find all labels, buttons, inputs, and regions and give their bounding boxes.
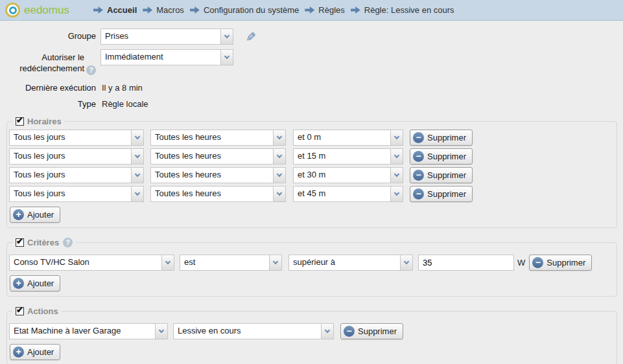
chevron-down-icon[interactable] xyxy=(390,149,403,164)
logo-text: eedomus xyxy=(24,4,69,17)
horaires-section: ✔ Horaires Tous les jours Toutes les heu… xyxy=(6,117,617,228)
chevron-down-icon[interactable] xyxy=(273,168,285,183)
minute-select[interactable]: et 0 m xyxy=(293,130,403,146)
plus-circle-icon: + xyxy=(13,278,24,289)
action-state-select[interactable]: Lessive en cours xyxy=(173,323,334,339)
chevron-down-icon[interactable] xyxy=(161,255,174,270)
minus-circle-icon: − xyxy=(413,188,424,199)
delete-schedule-button[interactable]: − Supprimer xyxy=(410,130,473,146)
action-device-value: Etat Machine à laver Garage xyxy=(10,324,155,339)
minute-select[interactable]: et 30 m xyxy=(293,167,403,183)
criteres-checkbox[interactable]: ✔ xyxy=(16,238,24,247)
criteria-device-select[interactable]: Conso TV/HC Salon xyxy=(9,255,174,271)
breadcrumb-item-macros[interactable]: Macros xyxy=(143,5,184,15)
chevron-down-icon[interactable] xyxy=(321,324,333,339)
add-schedule-button[interactable]: + Ajouter xyxy=(10,207,60,223)
chevron-down-icon[interactable] xyxy=(273,130,285,145)
add-criteria-button[interactable]: + Ajouter xyxy=(10,275,60,291)
criteria-operator-select[interactable]: est xyxy=(180,255,282,271)
day-select[interactable]: Tous les jours xyxy=(9,186,144,202)
minute-select[interactable]: et 45 m xyxy=(293,186,403,202)
day-select[interactable]: Tous les jours xyxy=(9,167,144,183)
breadcrumb-arrow-icon xyxy=(190,6,200,14)
hour-select[interactable]: Toutes les heures xyxy=(150,167,286,183)
day-select-value: Tous les jours xyxy=(10,168,131,183)
delete-button-label: Supprimer xyxy=(427,189,466,199)
chevron-down-icon[interactable] xyxy=(131,168,143,183)
minute-select-value: et 45 m xyxy=(294,187,390,201)
day-select[interactable]: Tous les jours xyxy=(9,148,144,165)
hour-select-value: Toutes les heures xyxy=(151,130,273,145)
rule-settings-form: Groupe Prises ✎ Autoriser le redéclenche… xyxy=(0,21,623,109)
chevron-down-icon[interactable] xyxy=(390,168,403,183)
horaires-checkbox[interactable]: ✔ xyxy=(16,117,24,126)
minute-select[interactable]: et 15 m xyxy=(293,148,403,165)
chevron-down-icon[interactable] xyxy=(269,255,281,270)
breadcrumb-label: Règles xyxy=(318,5,344,15)
retrigger-select[interactable]: Immédiatement xyxy=(100,49,233,65)
action-device-select[interactable]: Etat Machine à laver Garage xyxy=(9,323,168,339)
eedomus-logo[interactable]: eedomus xyxy=(5,3,82,17)
chevron-down-icon[interactable] xyxy=(273,187,285,201)
delete-button-label: Supprimer xyxy=(427,170,466,180)
add-button-label: Ajouter xyxy=(27,210,54,220)
chevron-down-icon[interactable] xyxy=(220,50,233,65)
breadcrumb-label: Accueil xyxy=(107,5,137,15)
add-button-label: Ajouter xyxy=(27,347,54,357)
delete-schedule-button[interactable]: − Supprimer xyxy=(410,186,473,202)
delete-schedule-button[interactable]: − Supprimer xyxy=(410,148,473,165)
criteria-operator-value: est xyxy=(180,255,269,270)
criteria-comparison-value: supérieur à xyxy=(289,255,400,270)
minute-select-value: et 15 m xyxy=(294,149,390,164)
hour-select[interactable]: Toutes les heures xyxy=(150,130,286,146)
breadcrumb-arrow-icon xyxy=(351,6,360,14)
help-icon[interactable]: ? xyxy=(63,238,73,247)
chevron-down-icon[interactable] xyxy=(390,187,403,201)
add-button-label: Ajouter xyxy=(27,279,54,288)
add-action-button[interactable]: + Ajouter xyxy=(10,344,60,360)
chevron-down-icon[interactable] xyxy=(131,130,143,145)
chevron-down-icon[interactable] xyxy=(273,149,285,164)
chevron-down-icon[interactable] xyxy=(400,255,412,270)
breadcrumb-arrow-icon xyxy=(143,6,152,14)
horaires-legend: Horaires xyxy=(27,117,62,126)
breadcrumb-item-regles[interactable]: Règles xyxy=(305,5,344,15)
day-select[interactable]: Tous les jours xyxy=(9,130,144,146)
groupe-select[interactable]: Prises xyxy=(100,28,233,45)
chevron-down-icon[interactable] xyxy=(131,149,143,164)
delete-button-label: Supprimer xyxy=(358,326,397,336)
last-execution-value: Il y a 8 min xyxy=(100,80,143,93)
eedomus-logo-icon xyxy=(5,3,20,17)
breadcrumb-item-accueil[interactable]: Accueil xyxy=(93,5,137,15)
chevron-down-icon[interactable] xyxy=(131,187,143,201)
minus-circle-icon: − xyxy=(413,151,424,162)
breadcrumb-label: Configuration du système xyxy=(204,5,299,15)
delete-action-button[interactable]: − Supprimer xyxy=(340,323,403,339)
groupe-label: Groupe xyxy=(0,28,100,41)
breadcrumb-item-regle-lessive[interactable]: Règle: Lessive en cours xyxy=(351,5,454,15)
criteria-threshold-input[interactable] xyxy=(418,255,514,271)
check-icon: ✔ xyxy=(16,306,23,314)
horaires-row: Tous les jours Toutes les heures et 15 m… xyxy=(9,148,613,165)
last-execution-label: Dernière exécution xyxy=(0,80,100,93)
chevron-down-icon[interactable] xyxy=(390,130,403,145)
horaires-row: Tous les jours Toutes les heures et 45 m… xyxy=(9,186,613,202)
delete-criteria-button[interactable]: − Supprimer xyxy=(529,255,592,271)
criteria-device-value: Conso TV/HC Salon xyxy=(10,255,161,270)
actions-checkbox[interactable]: ✔ xyxy=(16,307,24,315)
edit-group-icon[interactable]: ✎ xyxy=(246,30,256,45)
delete-schedule-button[interactable]: − Supprimer xyxy=(410,167,473,183)
breadcrumb-item-configuration[interactable]: Configuration du système xyxy=(190,5,299,15)
horaires-row: Tous les jours Toutes les heures et 0 m … xyxy=(9,130,613,146)
breadcrumb-label: Macros xyxy=(156,5,184,15)
chevron-down-icon[interactable] xyxy=(155,324,167,339)
chevron-down-icon[interactable] xyxy=(220,29,233,44)
help-icon[interactable]: ? xyxy=(86,65,96,75)
actions-section: ✔ Actions Etat Machine à laver Garage Le… xyxy=(6,306,617,364)
hour-select[interactable]: Toutes les heures xyxy=(150,148,286,165)
day-select-value: Tous les jours xyxy=(10,149,131,164)
breadcrumb-arrow-icon xyxy=(93,6,103,14)
criteria-comparison-select[interactable]: supérieur à xyxy=(288,255,413,271)
hour-select[interactable]: Toutes les heures xyxy=(150,186,286,202)
check-icon: ✔ xyxy=(16,116,23,124)
